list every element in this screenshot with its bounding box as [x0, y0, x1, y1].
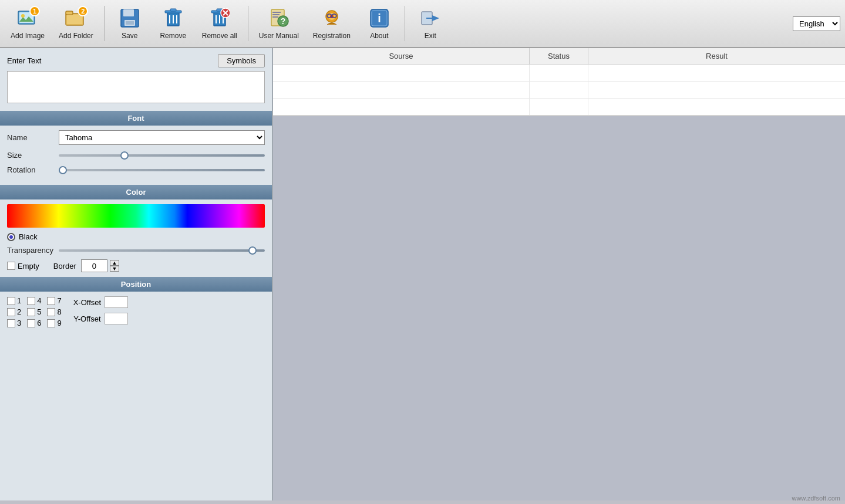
border-spin-down[interactable]: ▼	[110, 266, 119, 272]
svg-rect-27	[272, 12, 281, 13]
border-label: Border	[53, 262, 76, 270]
remove-all-label: Remove all	[202, 32, 237, 40]
pos-cb-3[interactable]: 3	[7, 319, 21, 327]
font-rotation-thumb[interactable]	[59, 166, 67, 174]
text-input[interactable]	[7, 71, 265, 103]
transparency-label: Transparency	[7, 246, 54, 255]
pos-cb-9[interactable]: 9	[47, 319, 61, 327]
exit-button[interactable]: Exit	[410, 5, 451, 42]
cb-3[interactable]	[7, 319, 15, 327]
black-label: Black	[19, 232, 38, 241]
remove-button[interactable]: Remove	[153, 5, 194, 42]
position-grid: 1 4 7 2	[7, 296, 265, 327]
separator-3	[405, 6, 405, 41]
svg-rect-13	[170, 9, 176, 11]
svg-rect-29	[272, 16, 278, 18]
svg-rect-28	[272, 14, 280, 15]
main-area: Enter Text Symbols Font Name Tahoma Aria…	[0, 48, 845, 500]
remove-icon	[162, 7, 184, 29]
about-button[interactable]: i About	[359, 5, 400, 42]
black-radio-row: Black	[7, 232, 265, 241]
font-size-thumb[interactable]	[120, 151, 129, 160]
color-bar[interactable]	[7, 204, 265, 228]
position-section: 1 4 7 2	[0, 292, 272, 332]
svg-rect-6	[67, 15, 82, 24]
cb-1[interactable]	[7, 297, 15, 305]
save-label: Save	[122, 32, 137, 40]
table-row	[273, 99, 845, 116]
font-section: Name Tahoma Arial Times New Roman Verdan…	[0, 126, 272, 185]
svg-point-3	[21, 14, 25, 18]
add-image-label: Add Image	[11, 32, 45, 40]
font-rotation-slider[interactable]	[59, 169, 265, 171]
pos-cb-1[interactable]: 1	[7, 296, 21, 305]
transparency-thumb[interactable]	[248, 246, 257, 255]
text-top-row: Enter Text Symbols	[7, 54, 265, 67]
table-area: Sourse Status Result	[273, 48, 845, 116]
save-icon	[119, 7, 141, 29]
cb-8[interactable]	[47, 308, 55, 316]
enter-text-label: Enter Text	[7, 56, 41, 65]
add-folder-icon: 2	[65, 7, 87, 29]
td-source-3	[273, 99, 530, 115]
language-selector[interactable]: English French German Spanish	[793, 16, 840, 31]
color-section-header: Color	[0, 185, 272, 199]
x-offset-label: X-Offset	[73, 298, 101, 307]
cb-6[interactable]	[27, 319, 35, 327]
remove-all-icon	[208, 7, 231, 29]
save-button[interactable]: Save	[109, 5, 150, 42]
border-spin-up[interactable]: ▲	[110, 260, 119, 266]
font-name-select[interactable]: Tahoma Arial Times New Roman Verdana Cou…	[59, 130, 265, 145]
border-value-input[interactable]	[81, 259, 107, 272]
td-status-1	[530, 65, 588, 81]
x-offset-input[interactable]	[105, 296, 128, 308]
color-section: Black Transparency Empty Border ▲	[0, 199, 272, 277]
svg-rect-10	[126, 21, 134, 25]
table-header: Sourse Status Result	[273, 48, 845, 65]
about-icon: i	[368, 7, 390, 29]
table-row	[273, 82, 845, 99]
left-panel: Enter Text Symbols Font Name Tahoma Aria…	[0, 48, 273, 500]
pos-cb-6[interactable]: 6	[27, 319, 41, 327]
pos-cb-4[interactable]: 4	[27, 296, 41, 305]
pos-cb-8[interactable]: 8	[47, 307, 61, 316]
pos-cb-7[interactable]: 7	[47, 296, 61, 305]
font-rotation-row: Rotation	[7, 165, 265, 174]
font-size-slider[interactable]	[59, 154, 265, 157]
user-manual-button[interactable]: ? User Manual	[253, 5, 305, 42]
pos-cb-2[interactable]: 2	[7, 307, 21, 316]
separator-1	[104, 6, 105, 41]
add-image-button[interactable]: 1 Add Image	[5, 5, 51, 42]
cb-9[interactable]	[47, 319, 55, 327]
symbols-button[interactable]: Symbols	[218, 54, 265, 67]
cb-4[interactable]	[27, 297, 35, 305]
table-row	[273, 65, 845, 82]
svg-rect-8	[123, 9, 134, 16]
position-checkboxes: 1 4 7 2	[7, 296, 62, 327]
user-manual-label: User Manual	[259, 32, 299, 40]
pos-cb-5[interactable]: 5	[27, 307, 41, 316]
font-name-row: Name Tahoma Arial Times New Roman Verdan…	[7, 130, 265, 145]
user-manual-icon: ?	[268, 7, 290, 29]
cb-5[interactable]	[27, 308, 35, 316]
add-folder-label: Add Folder	[59, 32, 93, 40]
transparency-slider[interactable]	[59, 249, 265, 252]
cb-2[interactable]	[7, 308, 15, 316]
black-radio[interactable]	[7, 233, 15, 241]
transparency-row: Transparency	[7, 246, 265, 255]
add-folder-button[interactable]: 2 Add Folder	[53, 5, 99, 42]
exit-label: Exit	[425, 32, 436, 40]
y-offset-input[interactable]	[105, 313, 128, 324]
svg-rect-5	[66, 11, 73, 15]
td-status-3	[530, 99, 588, 115]
empty-checkbox-item[interactable]: Empty	[7, 262, 39, 270]
remove-all-button[interactable]: Remove all	[196, 5, 243, 42]
language-select[interactable]: English French German Spanish	[793, 16, 840, 31]
text-section: Enter Text Symbols	[0, 48, 272, 111]
about-label: About	[370, 32, 388, 40]
x-offset-item: X-Offset	[73, 296, 128, 308]
empty-checkbox[interactable]	[7, 262, 15, 270]
cb-7[interactable]	[47, 297, 55, 305]
registration-button[interactable]: Registration	[307, 5, 356, 42]
border-spinners: ▲ ▼	[110, 260, 119, 272]
